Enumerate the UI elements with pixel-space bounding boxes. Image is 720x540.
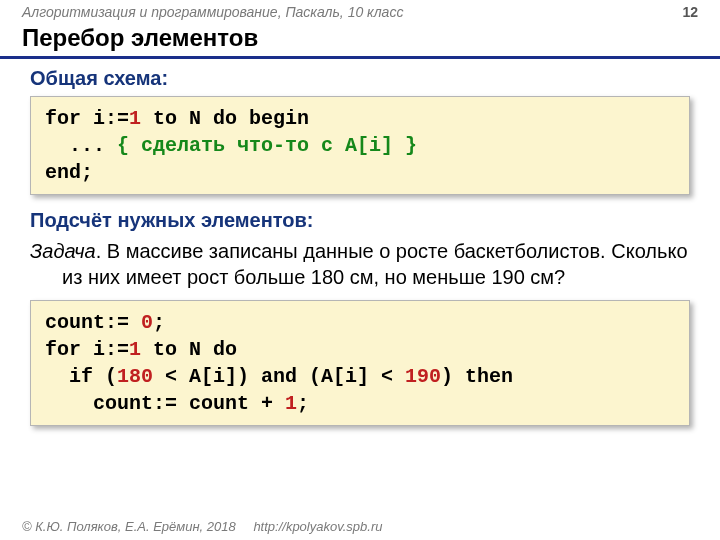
code-number: 1 <box>129 338 141 361</box>
task-body: . В массиве записаны данные о росте баск… <box>62 240 688 288</box>
content-area: Общая схема: for i:=1 to N do begin ... … <box>0 67 720 426</box>
code-text: ; <box>297 392 309 415</box>
code-text: end; <box>45 161 93 184</box>
code-text: < A[i]) and (A[i] < <box>153 365 405 388</box>
section-count-elements: Подсчёт нужных элементов: <box>30 209 690 232</box>
code-number: 0 <box>141 311 153 334</box>
code-block-1: for i:=1 to N do begin ... { сделать что… <box>30 96 690 195</box>
footer-url: http://kpolyakov.spb.ru <box>253 519 382 534</box>
page-number: 12 <box>682 4 698 20</box>
page-title: Перебор элементов <box>0 22 720 59</box>
task-label: Задача <box>30 240 96 262</box>
header-bar: Алгоритмизация и программирование, Паска… <box>0 0 720 22</box>
code-text: if ( <box>45 365 117 388</box>
code-text: count:= <box>45 311 141 334</box>
code-text: ; <box>153 311 165 334</box>
code-text: to N do begin <box>141 107 309 130</box>
code-number: 1 <box>129 107 141 130</box>
code-text: ... <box>45 134 117 157</box>
code-text: for i:= <box>45 338 129 361</box>
code-block-2: count:= 0; for i:=1 to N do if (180 < A[… <box>30 300 690 426</box>
code-number: 190 <box>405 365 441 388</box>
code-comment: { сделать что-то с A[i] } <box>117 134 417 157</box>
section-general-scheme: Общая схема: <box>30 67 690 90</box>
code-text: for i:= <box>45 107 129 130</box>
course-name: Алгоритмизация и программирование, Паска… <box>22 4 403 20</box>
code-number: 180 <box>117 365 153 388</box>
code-text: to N do <box>141 338 237 361</box>
task-description: Задача. В массиве записаны данные о рост… <box>30 238 690 290</box>
code-number: 1 <box>285 392 297 415</box>
code-text: count:= count + <box>45 392 285 415</box>
code-text: ) then <box>441 365 513 388</box>
copyright: © К.Ю. Поляков, Е.А. Ерёмин, 2018 <box>22 519 236 534</box>
footer: © К.Ю. Поляков, Е.А. Ерёмин, 2018 http:/… <box>22 519 382 534</box>
